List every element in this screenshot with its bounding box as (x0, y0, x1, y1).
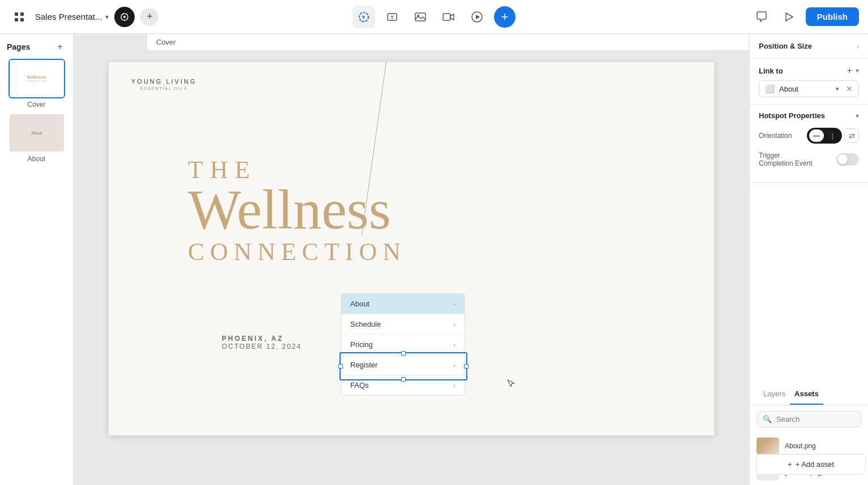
publish-button[interactable]: Publish (806, 7, 859, 26)
image-tool-button[interactable] (409, 6, 432, 28)
menu-item-pricing-chevron: › (453, 341, 456, 348)
slide-canvas[interactable]: YOUNG LIVING ESSENTIAL OILS THE Wellness… (109, 62, 714, 435)
logo-name: YOUNG LIVING (131, 78, 196, 85)
orientation-arrows-button[interactable]: ⇄ (844, 128, 859, 143)
toggle-knob (837, 154, 848, 164)
topbar-center: T + (353, 6, 515, 28)
svg-rect-3 (20, 18, 24, 21)
canvas-area[interactable]: Cover YOUNG LIVING ESSENTIAL OILS THE (74, 34, 749, 485)
menu-item-register-chevron: › (453, 362, 456, 369)
topbar-left: Sales Presentat... ▾ + (9, 7, 158, 27)
about-page-label: About (28, 155, 45, 163)
menu-item-pricing-label: Pricing (350, 340, 373, 349)
headline-wellness: Wellness (188, 184, 406, 235)
tab-assets[interactable]: Assets (790, 384, 823, 405)
link-to-actions: + ▾ (847, 66, 859, 76)
hotspot-properties-chevron: ▾ (856, 112, 859, 120)
right-panel: Position & Size › Link to + ▾ ⬜ About ▾ (749, 34, 868, 485)
link-to-header: Link to + ▾ (759, 59, 859, 80)
orientation-row: Orientation — | ⇄ (759, 128, 859, 144)
orientation-toggle[interactable]: — | (807, 128, 842, 144)
project-name-text: Sales Presentat... (35, 12, 102, 21)
svg-rect-2 (15, 18, 18, 21)
menu-item-faqs-label: FAQs (350, 381, 369, 389)
logo-area: YOUNG LIVING ESSENTIAL OILS (131, 78, 196, 90)
menu-item-about-chevron: › (453, 301, 456, 308)
cover-page-label: Cover (27, 101, 45, 109)
position-size-header[interactable]: Position & Size › (750, 34, 868, 58)
menu-item-faqs[interactable]: FAQs › (341, 375, 465, 395)
link-collapse-button[interactable]: ▾ (856, 67, 859, 75)
location-city: PHOENIX, AZ (222, 335, 302, 343)
canvas-wrapper: YOUNG LIVING ESSENTIAL OILS THE Wellness… (109, 62, 714, 435)
slide-background: YOUNG LIVING ESSENTIAL OILS THE Wellness… (109, 62, 714, 435)
topbar-right: Publish (751, 7, 859, 27)
menu-item-register-label: Register (350, 361, 377, 369)
trigger-label: Trigger (759, 151, 813, 159)
search-icon: 🔍 (763, 415, 772, 423)
link-add-button[interactable]: + (847, 66, 852, 76)
completion-label: Completion Event (759, 159, 813, 167)
horizontal-icon: — (813, 132, 820, 140)
device-selector[interactable] (114, 7, 135, 27)
main-area: Pages + Wellness CONNECTION Cover About … (0, 34, 868, 485)
text-tool-button[interactable]: T (381, 6, 403, 28)
pages-panel: Pages + Wellness CONNECTION Cover About … (0, 34, 74, 485)
add-asset-label: + Add asset (796, 460, 834, 469)
preview-button[interactable] (779, 7, 799, 27)
orientation-controls: — | ⇄ (807, 128, 859, 144)
pages-header: Pages + (5, 41, 68, 59)
comments-button[interactable] (751, 7, 772, 27)
asset-thumb-about (757, 438, 779, 454)
assets-search-input[interactable] (776, 415, 868, 423)
tab-layers[interactable]: Layers (759, 384, 790, 405)
link-dropdown[interactable]: ⬜ About ▾ ✕ (759, 80, 859, 97)
link-page-icon: ⬜ (765, 84, 775, 93)
menu-item-schedule[interactable]: Schedule › (341, 314, 465, 335)
position-size-arrow: › (857, 43, 859, 50)
svg-rect-11 (443, 14, 450, 20)
panel-spacer (750, 183, 868, 384)
link-to-section: Link to + ▾ ⬜ About ▾ ✕ (750, 59, 868, 105)
link-clear-button[interactable]: ✕ (846, 84, 853, 93)
page-thumb-about[interactable]: About About (5, 113, 68, 163)
link-dropdown-value: About (779, 85, 831, 93)
main-headline: THE Wellness CONNECTION (188, 155, 406, 266)
about-thumbnail: About (8, 113, 65, 153)
trigger-completion-toggle[interactable] (836, 153, 859, 166)
svg-rect-1 (20, 12, 24, 16)
svg-marker-13 (786, 13, 793, 21)
svg-text:T: T (390, 15, 394, 20)
menu-item-schedule-chevron: › (453, 321, 456, 328)
cursor-tool-button[interactable] (353, 6, 375, 28)
menu-item-about[interactable]: About › (341, 294, 465, 314)
project-name[interactable]: Sales Presentat... ▾ (35, 12, 109, 21)
cover-thumbnail: Wellness CONNECTION (8, 59, 65, 98)
add-asset-icon: + (788, 460, 792, 469)
navigation-menu[interactable]: About › Schedule › Pricing › Register (341, 293, 465, 396)
menu-item-pricing[interactable]: Pricing › (341, 335, 465, 355)
link-to-title: Link to (759, 67, 783, 75)
position-size-section: Position & Size › (750, 34, 868, 59)
video-tool-button[interactable] (437, 6, 460, 28)
horizontal-option[interactable]: — (809, 129, 824, 142)
grid-menu-button[interactable] (9, 7, 29, 27)
page-thumb-cover[interactable]: Wellness CONNECTION Cover (5, 59, 68, 109)
add-element-button[interactable]: + (494, 6, 515, 28)
hotspot-properties-section: Hotspot Properties ▾ Orientation — | (750, 105, 868, 183)
menu-item-schedule-label: Schedule (350, 320, 381, 328)
link-dropdown-chevron: ▾ (836, 85, 839, 93)
menu-item-register[interactable]: Register › (341, 355, 465, 375)
position-size-title: Position & Size (759, 42, 812, 50)
trigger-completion-labels: Trigger Completion Event (759, 151, 813, 167)
vertical-option[interactable]: | (825, 129, 840, 142)
add-asset-button[interactable]: + + Add asset (756, 454, 866, 475)
hotspot-properties-header[interactable]: Hotspot Properties ▾ (759, 105, 859, 128)
play-tool-button[interactable] (466, 6, 488, 28)
assets-layers-tabs: Layers Assets (750, 384, 868, 405)
add-page-button[interactable]: + (54, 41, 66, 53)
assets-search-bar: 🔍 ⊞ (757, 411, 861, 427)
svg-point-5 (123, 16, 126, 18)
svg-rect-0 (15, 12, 18, 16)
add-content-button[interactable]: + (140, 8, 158, 26)
